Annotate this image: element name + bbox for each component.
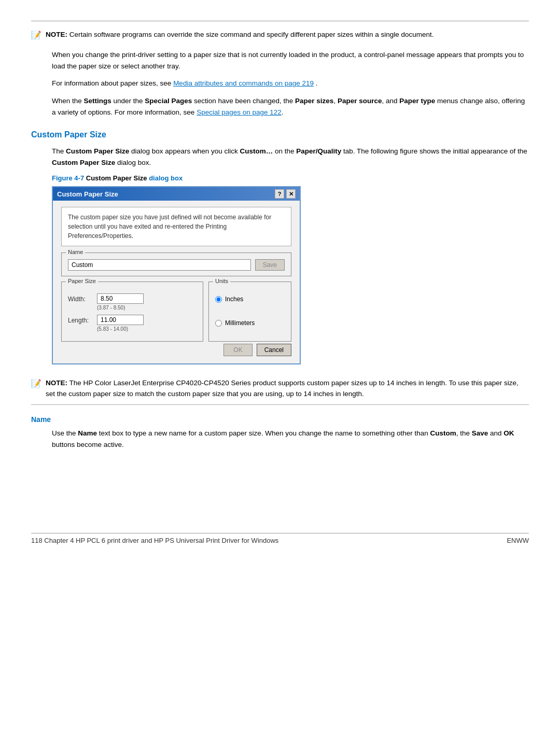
bottom-note-icon: 📝 xyxy=(31,378,41,388)
name-section-heading: Name xyxy=(31,415,529,424)
name-body4: and xyxy=(488,429,503,437)
para2-prefix: For information about paper sizes, see xyxy=(52,79,173,87)
name-row: Save xyxy=(68,257,285,271)
dialog-info-text: The custom paper size you have just defi… xyxy=(68,214,271,240)
para3-mid3: , xyxy=(333,97,338,105)
para3-suffix: . xyxy=(282,108,284,116)
note-icon: 📝 xyxy=(31,30,41,40)
length-range: (5.83 - 14.00) xyxy=(97,326,144,332)
paper-size-group-label: Paper Size xyxy=(66,278,98,284)
dialog-title: Custom Paper Size xyxy=(57,190,118,198)
bottom-note-content: The HP Color LaserJet Enterprise CP4020-… xyxy=(46,379,519,397)
para3-special-pages: Special Pages xyxy=(145,97,192,105)
length-label: Length: xyxy=(68,315,93,324)
para3-settings: Settings xyxy=(84,97,111,105)
name-body5: buttons become active. xyxy=(52,441,124,448)
top-rule xyxy=(31,21,529,21)
length-row: Length: (5.83 - 14.00) xyxy=(68,315,197,332)
name-body-bold: Name xyxy=(78,429,97,437)
bottom-note-block: 📝 NOTE: The HP Color LaserJet Enterprise… xyxy=(31,373,529,405)
para2-suffix: . xyxy=(316,79,318,87)
footer-right: ENWW xyxy=(507,537,529,544)
name-body-save: Save xyxy=(472,429,488,437)
body-para1-cps2: Custom Paper Size xyxy=(52,159,115,166)
body-para1-custom: Custom… xyxy=(240,147,273,155)
bottom-note-text: NOTE: The HP Color LaserJet Enterprise C… xyxy=(46,378,529,399)
close-button[interactable]: ✕ xyxy=(286,189,296,199)
body-para1-prefix: The xyxy=(52,147,66,155)
millimeters-radio[interactable] xyxy=(215,320,222,327)
para3-mid4: , and xyxy=(382,97,399,105)
para3-paper-sizes: Paper sizes xyxy=(295,97,333,105)
special-pages-link[interactable]: Special pages on page 122 xyxy=(197,108,282,116)
dialog-wrapper: Custom Paper Size ? ✕ The custom paper s… xyxy=(31,186,529,364)
help-button[interactable]: ? xyxy=(275,189,284,199)
units-group-label: Units xyxy=(213,278,230,284)
para2: For information about paper sizes, see M… xyxy=(31,78,529,89)
para1: When you change the print-driver setting… xyxy=(31,49,529,72)
top-note-label: NOTE: xyxy=(46,31,67,38)
save-button[interactable]: Save xyxy=(255,259,285,271)
cancel-button[interactable]: Cancel xyxy=(257,344,291,356)
width-label: Width: xyxy=(68,293,93,303)
inches-label: Inches xyxy=(225,296,243,303)
name-body3: , the xyxy=(456,429,472,437)
body-para1-mid3: tab. The following figure shows the init… xyxy=(341,147,527,155)
dialog-buttons-row: OK Cancel xyxy=(61,342,291,357)
width-row: Width: (3.87 - 8.50) xyxy=(68,293,197,311)
para3-mid2: section have been changed, the xyxy=(192,97,295,105)
titlebar-buttons: ? ✕ xyxy=(275,189,296,199)
units-group: Units Inches Millimeters xyxy=(208,282,291,342)
para3-paper-source: Paper source xyxy=(338,97,382,105)
name-body-para: Use the Name text box to type a new name… xyxy=(31,428,529,450)
millimeters-label: Millimeters xyxy=(225,319,255,327)
dialog-body: The custom paper size you have just defi… xyxy=(53,201,300,363)
page-container: 📝 NOTE: Certain software programs can ov… xyxy=(0,0,560,575)
footer-left: 118 Chapter 4 HP PCL 6 print driver and … xyxy=(31,537,278,544)
footer-bar: 118 Chapter 4 HP PCL 6 print driver and … xyxy=(31,533,529,544)
millimeters-radio-row: Millimeters xyxy=(215,319,285,327)
length-input[interactable] xyxy=(97,315,144,325)
body-para1-mid2: on the xyxy=(273,147,296,155)
name-body-ok: OK xyxy=(503,429,514,437)
para3-paper-type: Paper type xyxy=(399,97,435,105)
body-para1-cps: Custom Paper Size xyxy=(66,147,129,155)
para3-mid1: under the xyxy=(111,97,145,105)
length-col: (5.83 - 14.00) xyxy=(97,315,144,332)
body-para1-mid: dialog box appears when you click xyxy=(129,147,240,155)
inches-radio[interactable] xyxy=(215,296,222,303)
figure-label-prefix: Figure 4-7 xyxy=(52,174,84,182)
name-group-label: Name xyxy=(66,249,85,255)
paper-units-row: Paper Size Width: (3.87 - 8.50) xyxy=(61,282,291,342)
body-para1-suffix: dialog box. xyxy=(115,159,151,166)
custom-paper-size-dialog: Custom Paper Size ? ✕ The custom paper s… xyxy=(52,186,301,364)
para3: When the Settings under the Special Page… xyxy=(31,95,529,118)
para3-prefix: When the xyxy=(52,97,84,105)
paper-size-group: Paper Size Width: (3.87 - 8.50) xyxy=(61,282,203,342)
width-range: (3.87 - 8.50) xyxy=(97,305,144,311)
width-input[interactable] xyxy=(97,293,144,304)
figure-label: Figure 4-7 Custom Paper Size dialog box xyxy=(31,174,529,182)
width-col: (3.87 - 8.50) xyxy=(97,293,144,311)
dialog-info-box: The custom paper size you have just defi… xyxy=(61,207,291,246)
figure-label-text: Custom Paper Size xyxy=(86,174,147,182)
body-para1: The Custom Paper Size dialog box appears… xyxy=(31,146,529,168)
top-note-text: NOTE: Certain software programs can over… xyxy=(46,30,434,40)
bottom-note-label: NOTE: xyxy=(46,379,67,387)
figure-label-suffix: dialog box xyxy=(147,174,183,182)
ok-button[interactable]: OK xyxy=(223,344,252,356)
name-group: Name Save xyxy=(61,252,291,276)
name-body-prefix: Use the xyxy=(52,429,78,437)
top-note-block: 📝 NOTE: Certain software programs can ov… xyxy=(31,30,529,42)
custom-paper-size-heading: Custom Paper Size xyxy=(31,130,529,139)
name-body-custom: Custom xyxy=(430,429,456,437)
name-body2: text box to type a new name for a custom… xyxy=(97,429,430,437)
inches-radio-row: Inches xyxy=(215,296,285,303)
body-para1-pq: Paper/Quality xyxy=(296,147,341,155)
top-note-content: Certain software programs can override t… xyxy=(69,31,434,38)
dialog-titlebar: Custom Paper Size ? ✕ xyxy=(53,187,300,201)
media-attributes-link[interactable]: Media attributes and commands on page 21… xyxy=(173,79,314,87)
name-input[interactable] xyxy=(68,259,251,271)
